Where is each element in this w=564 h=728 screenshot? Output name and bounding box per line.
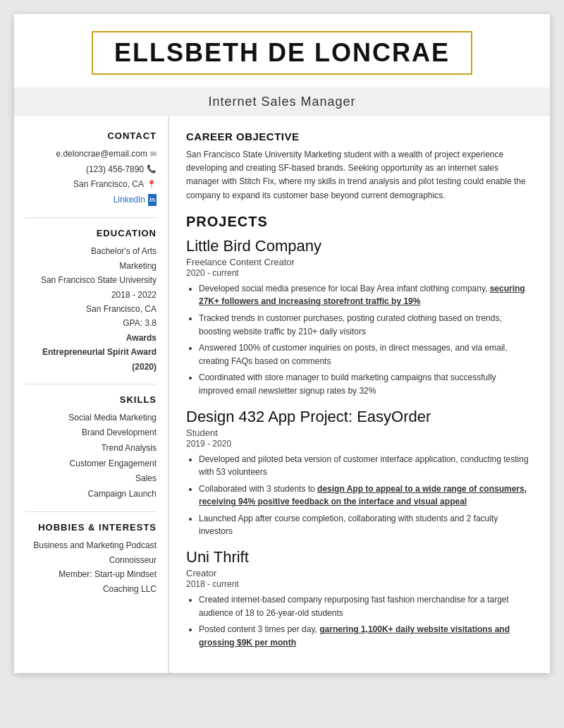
divider-1 [25, 217, 157, 218]
contact-email: e.deloncrae@email.com ✉ [25, 147, 157, 162]
education-years: 2018 - 2022 [25, 288, 157, 302]
hobby-2: Connoisseur [25, 553, 157, 567]
email-icon: ✉ [150, 147, 157, 162]
bullet-1-4: Coordinated with store manager to build … [199, 371, 533, 397]
bullet-1-1: Developed social media presence for loca… [199, 282, 533, 308]
bullet-2-1: Developed and piloted beta version of cu… [199, 453, 533, 479]
education-award: Entrepreneurial Spirit Award (2020) [25, 345, 157, 374]
highlight-3-2: garnering 1,100K+ daily website visitati… [199, 624, 510, 648]
skill-2: Brand Development [25, 425, 157, 441]
education-section: EDUCATION Bachelor's of Arts Marketing S… [25, 228, 157, 374]
candidate-name: ELLSBETH DE LONCRAE [114, 38, 450, 68]
project-2-company: Design 432 App Project: EasyOrder [186, 408, 533, 426]
contact-section-title: CONTACT [25, 131, 157, 141]
career-objective-section: CAREER OBJECTIVE San Francisco State Uni… [186, 131, 533, 202]
education-section-title: EDUCATION [25, 228, 157, 238]
education-degree: Bachelor's of Arts [25, 244, 157, 258]
projects-section-title: PROJECTS [186, 214, 533, 230]
project-2-role: Student [186, 427, 533, 438]
left-column: CONTACT e.deloncrae@email.com ✉ (123) 45… [14, 116, 169, 673]
education-awards-label: Awards [25, 331, 157, 345]
project-design432: Design 432 App Project: EasyOrder Studen… [186, 408, 533, 539]
skill-3: Trend Analysis [25, 441, 157, 456]
highlight-1-1: securing 27K+ followers and increasing s… [199, 284, 525, 307]
bullet-2-2: Collaborated with 3 students to design A… [199, 483, 533, 509]
contact-location: San Francisco, CA 📍 [25, 177, 157, 193]
bullet-2-3: Launched App after course completion, co… [199, 512, 533, 538]
divider-2 [25, 384, 157, 384]
contact-phone: (123) 456-7890 📞 [25, 162, 157, 178]
skill-4: Customer Engagement [25, 456, 157, 472]
project-3-bullets: Created internet-based company repurposi… [199, 593, 533, 649]
location-icon: 📍 [147, 178, 157, 192]
bullet-3-2: Posted content 3 times per day, garnerin… [199, 623, 533, 649]
project-3-dates: 2018 - current [186, 579, 533, 589]
hobbies-section: HOBBIES & INTERESTS Business and Marketi… [25, 522, 157, 596]
project-1-dates: 2020 - current [186, 268, 533, 278]
bullet-1-3: Answered 100% of customer inquiries on p… [199, 341, 533, 368]
skill-5: Sales [25, 471, 157, 487]
project-2-bullets: Developed and piloted beta version of cu… [199, 453, 533, 539]
bullet-3-1: Created internet-based company repurposi… [199, 593, 533, 619]
linkedin-link[interactable]: LinkedIn [114, 193, 145, 208]
right-column: CAREER OBJECTIVE San Francisco State Uni… [169, 116, 550, 673]
contact-section: CONTACT e.deloncrae@email.com ✉ (123) 45… [25, 131, 157, 207]
hobby-4: Coaching LLC [25, 582, 157, 596]
project-3-company: Uni Thrift [186, 548, 533, 566]
header: ELLSBETH DE LONCRAE [14, 14, 550, 87]
project-1-bullets: Developed social media presence for loca… [199, 282, 533, 398]
hobbies-section-title: HOBBIES & INTERESTS [25, 522, 157, 533]
education-university: San Francisco State University [25, 273, 157, 287]
contact-linkedin[interactable]: LinkedIn in [25, 193, 157, 208]
bullet-1-2: Tracked trends in customer purchases, po… [199, 312, 533, 338]
project-2-dates: 2019 - 2020 [186, 439, 533, 449]
skills-section-title: SKILLS [25, 394, 157, 405]
title-bar: Internet Sales Manager [14, 87, 550, 116]
skill-1: Social Media Marketing [25, 411, 157, 426]
highlight-2-2: design App to appeal to a wide range of … [199, 484, 527, 507]
resume-container: ELLSBETH DE LONCRAE Internet Sales Manag… [14, 14, 550, 673]
project-1-role: Freelance Content Creator [186, 257, 533, 267]
project-3-role: Creator [186, 568, 533, 578]
projects-section: PROJECTS Little Bird Company Freelance C… [186, 214, 533, 650]
career-objective-text: San Francisco State University Marketing… [186, 148, 533, 202]
divider-3 [25, 511, 157, 512]
hobby-3: Member: Start-up Mindset [25, 567, 157, 581]
education-gpa: GPA: 3.8 [25, 316, 157, 330]
project-little-bird: Little Bird Company Freelance Content Cr… [186, 237, 533, 398]
body: CONTACT e.deloncrae@email.com ✉ (123) 45… [14, 116, 550, 673]
education-location: San Francisco, CA [25, 302, 157, 316]
candidate-title: Internet Sales Manager [14, 95, 550, 109]
skill-6: Campaign Launch [25, 487, 157, 502]
project-1-company: Little Bird Company [186, 237, 533, 255]
name-box: ELLSBETH DE LONCRAE [92, 31, 472, 75]
project-uni-thrift: Uni Thrift Creator 2018 - current Create… [186, 548, 533, 649]
skills-section: SKILLS Social Media Marketing Brand Deve… [25, 394, 157, 502]
education-major: Marketing [25, 259, 157, 273]
career-objective-title: CAREER OBJECTIVE [186, 131, 533, 142]
hobby-1: Business and Marketing Podcast [25, 538, 157, 552]
phone-icon: 📞 [147, 162, 157, 176]
linkedin-icon: in [148, 194, 157, 205]
